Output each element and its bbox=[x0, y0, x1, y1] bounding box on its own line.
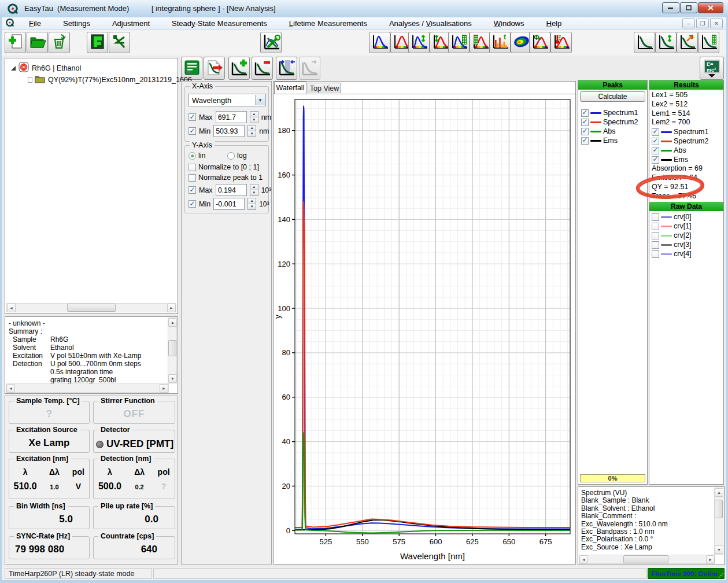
remove-curve-button[interactable] bbox=[252, 57, 273, 80]
peaks-item-abs[interactable]: Abs bbox=[579, 127, 646, 136]
add-curve-button[interactable] bbox=[228, 57, 250, 80]
results-item-ems[interactable]: Ems bbox=[650, 155, 723, 164]
checkbox[interactable] bbox=[652, 156, 659, 164]
export-curve-button[interactable] bbox=[204, 57, 225, 80]
x-axis-variable-select[interactable]: Wavelength▼ bbox=[189, 94, 266, 106]
close-button[interactable] bbox=[698, 2, 723, 13]
measurement-mode-button[interactable] bbox=[87, 32, 108, 53]
chevron-down-icon[interactable]: ▼ bbox=[255, 95, 265, 105]
menu-file[interactable]: File bbox=[18, 18, 52, 29]
y-min-checkbox[interactable] bbox=[189, 200, 196, 208]
tree-expand-icon[interactable] bbox=[11, 66, 16, 71]
tree-item-measurement[interactable]: QY(92%)T(77%)Exc510nm_20131219_1606 bbox=[28, 75, 192, 85]
measurement-settings-button[interactable] bbox=[260, 32, 282, 53]
mdi-minimize-button[interactable]: – bbox=[682, 19, 695, 28]
tcspc-decay-button[interactable] bbox=[634, 32, 655, 53]
info-vertical-scrollbar[interactable]: ▲ ▼ bbox=[714, 488, 723, 555]
menu-analyses[interactable]: Analyses / Visualisations bbox=[378, 18, 483, 29]
scroll-left-icon[interactable]: ◄ bbox=[6, 384, 15, 393]
checkbox[interactable] bbox=[652, 250, 659, 258]
x-max-input[interactable]: 691.7 bbox=[216, 111, 247, 123]
excitation-scan-button[interactable] bbox=[408, 32, 430, 53]
tcspc-series-button[interactable] bbox=[698, 32, 719, 53]
checkbox[interactable] bbox=[581, 137, 589, 145]
tree-collapse-icon[interactable] bbox=[28, 78, 32, 82]
menu-steady-state[interactable]: Steady-State Measurements bbox=[161, 18, 278, 29]
scroll-left-icon[interactable]: ◄ bbox=[7, 304, 16, 312]
new-analysis-button[interactable] bbox=[5, 32, 26, 53]
raw-data-item-crv1[interactable]: crv[1] bbox=[650, 222, 723, 231]
checkbox[interactable] bbox=[652, 128, 659, 136]
temperature-series-button[interactable] bbox=[550, 32, 572, 53]
x-min-checkbox[interactable] bbox=[189, 127, 196, 135]
x-min-spinner[interactable]: ▲▼ bbox=[247, 125, 256, 137]
open-button[interactable] bbox=[27, 32, 48, 53]
peaks-item-spectrum1[interactable]: Spectrum1 bbox=[579, 108, 646, 117]
menu-settings[interactable]: Settings bbox=[52, 18, 101, 29]
tcspc-scan-button[interactable] bbox=[655, 32, 677, 53]
results-item-spectrum1[interactable]: Spectrum1 bbox=[650, 127, 723, 136]
info-horizontal-scrollbar[interactable]: ◄ ► bbox=[579, 555, 715, 564]
trc-histogram-button[interactable]: t bbox=[489, 32, 511, 53]
excitation-spectrum-button[interactable] bbox=[369, 32, 390, 53]
summary-vertical-scrollbar[interactable]: ▲ ▼ bbox=[168, 318, 177, 383]
normalize-peak-checkbox[interactable] bbox=[189, 174, 196, 182]
emission-series-button[interactable] bbox=[470, 32, 491, 53]
tree-item-sample[interactable]: Rh6G | Ethanol bbox=[11, 62, 81, 74]
menu-lifetime[interactable]: Lifetime Measurements bbox=[278, 18, 378, 29]
scroll-thumb[interactable] bbox=[67, 304, 116, 312]
y-max-input[interactable]: 0.194 bbox=[216, 184, 247, 196]
tree-horizontal-scrollbar[interactable]: ◄ ► bbox=[6, 303, 176, 312]
checkbox[interactable] bbox=[652, 232, 659, 239]
scroll-right-icon[interactable]: ► bbox=[706, 555, 715, 564]
peaks-item-ems[interactable]: Ems bbox=[579, 136, 646, 145]
tcspc-excitation-button[interactable] bbox=[677, 32, 698, 53]
zoom-range-button[interactable] bbox=[276, 57, 297, 80]
calculate-button[interactable]: Calculate bbox=[580, 91, 645, 102]
y-max-checkbox[interactable] bbox=[189, 186, 196, 194]
checkbox[interactable] bbox=[652, 223, 659, 230]
normalize-range-checkbox[interactable] bbox=[189, 164, 196, 171]
peaks-item-spectrum2[interactable]: Spectrum2 bbox=[579, 117, 646, 127]
scroll-thumb[interactable] bbox=[623, 555, 668, 563]
menu-adjustment[interactable]: Adjustment bbox=[101, 18, 161, 29]
scroll-thumb[interactable] bbox=[715, 500, 723, 518]
menu-windows[interactable]: Windows bbox=[483, 18, 535, 29]
spectrum-plot[interactable]: 5255505756006256506750204060801001201401… bbox=[274, 94, 575, 564]
results-item-abs[interactable]: Abs bbox=[650, 146, 723, 155]
x-max-checkbox[interactable] bbox=[189, 113, 196, 121]
y-min-spinner[interactable]: ▲▼ bbox=[247, 198, 256, 210]
scroll-down-icon[interactable]: ▼ bbox=[168, 374, 177, 383]
delete-button[interactable] bbox=[49, 32, 70, 53]
x-max-spinner[interactable]: ▲▼ bbox=[250, 111, 258, 123]
scroll-up-icon[interactable]: ▲ bbox=[715, 488, 723, 497]
y-max-spinner[interactable]: ▲▼ bbox=[250, 184, 258, 196]
checkbox[interactable] bbox=[652, 241, 659, 249]
scroll-left-icon[interactable]: ◄ bbox=[579, 555, 588, 564]
formula-button[interactable]: E=mc² bbox=[700, 57, 724, 80]
results-item-spectrum2[interactable]: Spectrum2 bbox=[650, 136, 723, 146]
y-log-radio[interactable] bbox=[227, 152, 235, 160]
checkbox[interactable] bbox=[581, 119, 589, 126]
resize-grip-icon[interactable]: ⋰ bbox=[718, 573, 723, 578]
y-min-input[interactable]: -0.001 bbox=[213, 198, 245, 210]
scroll-right-icon[interactable]: ► bbox=[167, 304, 176, 312]
checkbox[interactable] bbox=[581, 109, 589, 117]
checkbox[interactable] bbox=[652, 147, 659, 154]
minimize-button[interactable] bbox=[662, 2, 679, 13]
restore-button[interactable] bbox=[680, 2, 697, 13]
menu-help[interactable]: Help bbox=[535, 18, 573, 29]
raw-data-item-crv3[interactable]: crv[3] bbox=[650, 240, 723, 249]
scroll-thumb[interactable] bbox=[168, 340, 176, 356]
raw-data-item-crv2[interactable]: crv[2] bbox=[650, 231, 723, 240]
tab-top-view[interactable]: Top View bbox=[308, 83, 341, 93]
scroll-right-icon[interactable]: ► bbox=[160, 384, 168, 393]
scroll-up-icon[interactable]: ▲ bbox=[168, 318, 177, 327]
x-min-input[interactable]: 503.93 bbox=[213, 125, 245, 137]
mdi-close-button[interactable]: ✕ bbox=[710, 19, 723, 28]
y-lin-radio[interactable] bbox=[189, 152, 196, 160]
checkbox[interactable] bbox=[581, 128, 589, 135]
mdi-restore-button[interactable]: ❐ bbox=[696, 19, 709, 28]
excitation-series-button[interactable] bbox=[448, 32, 470, 53]
analysis-mode-button[interactable] bbox=[109, 32, 130, 53]
